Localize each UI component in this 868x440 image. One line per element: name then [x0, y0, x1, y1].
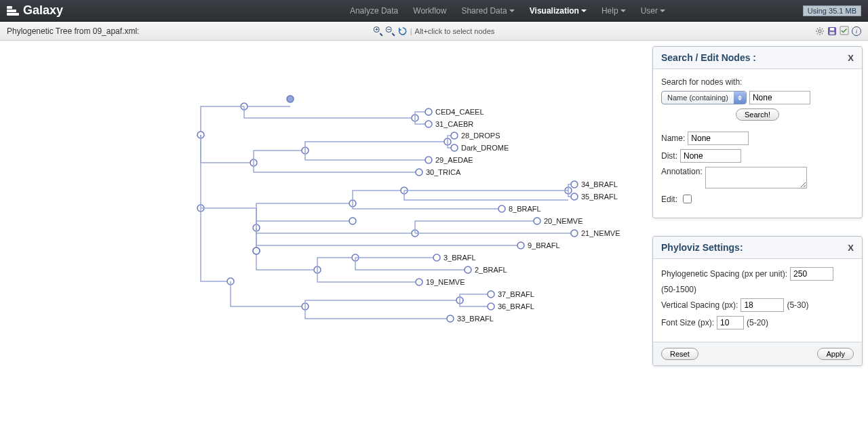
tree-leaf[interactable]: [451, 144, 458, 151]
app-logo[interactable]: Galaxy: [7, 3, 63, 18]
leaf-label: 29_AEDAE: [435, 156, 473, 164]
tree-leaf[interactable]: [517, 242, 524, 249]
usage-badge[interactable]: Using 35.1 MB: [803, 5, 861, 16]
font-size-label: Font Size (px):: [661, 318, 714, 327]
check-icon[interactable]: [840, 26, 849, 37]
save-icon[interactable]: [827, 26, 837, 36]
nav-user[interactable]: User: [634, 3, 672, 18]
tree-leaf[interactable]: [451, 132, 458, 139]
tree-leaf[interactable]: [488, 303, 494, 310]
tree-leaf[interactable]: [571, 230, 578, 237]
search-panel-title: Search / Edit Nodes :: [661, 52, 756, 63]
leaf-label: 8_BRAFL: [509, 205, 541, 213]
leaf-label: 30_TRICA: [426, 168, 461, 176]
tree-leaf[interactable]: [416, 279, 422, 285]
nav-help[interactable]: Help: [595, 3, 633, 18]
search-panel-header: Search / Edit Nodes : X: [653, 47, 862, 69]
edit-checkbox[interactable]: [683, 195, 692, 203]
select-arrows-icon: [734, 92, 746, 104]
leaf-label: 2_BRAFL: [475, 266, 507, 274]
close-icon[interactable]: X: [848, 53, 854, 63]
leaf-label: 35_BRAFL: [581, 193, 618, 201]
tree-leaf[interactable]: [425, 108, 432, 115]
tree-leaf[interactable]: [534, 218, 540, 224]
reset-zoom-icon[interactable]: [398, 26, 408, 36]
app-name: Galaxy: [23, 3, 63, 18]
tree-leaf[interactable]: [447, 315, 454, 322]
leaf-label: CED4_CAEEL: [435, 108, 484, 116]
info-icon[interactable]: i: [852, 26, 861, 36]
font-size-input[interactable]: [717, 316, 744, 329]
leaf-label: 34_BRAFL: [581, 180, 618, 188]
svg-rect-11: [830, 32, 835, 35]
tree-node[interactable]: [253, 247, 260, 254]
leaf-label: 20_NEMVE: [544, 217, 583, 225]
search-button[interactable]: Search!: [736, 108, 779, 121]
nav-items: Analyze Data Workflow Shared Data Visual…: [194, 3, 672, 18]
dist-input[interactable]: [680, 149, 741, 163]
svg-rect-10: [830, 28, 834, 31]
logo-icon: [7, 6, 19, 16]
nav-workflow[interactable]: Workflow: [406, 3, 453, 18]
close-icon[interactable]: X: [848, 243, 854, 253]
phylo-spacing-label: Phylogenetic Spacing (px per unit):: [661, 269, 787, 279]
svg-point-0: [818, 30, 821, 33]
leaf-label: 31_CAEBR: [435, 120, 473, 128]
tree-leaf[interactable]: [571, 181, 578, 188]
toolbar-center: + − | Alt+click to select nodes: [374, 26, 495, 36]
leaf-label: 36_BRAFL: [498, 302, 534, 311]
leaf-label: Dark_DROME: [461, 144, 509, 152]
name-input[interactable]: [688, 132, 749, 145]
toolbar-right: i: [815, 26, 861, 37]
settings-panel-body: Phylogenetic Spacing (px per unit): (50-…: [653, 259, 862, 342]
nav-visualization[interactable]: Visualization: [523, 3, 593, 18]
name-label: Name:: [661, 134, 685, 143]
apply-button[interactable]: Apply: [817, 348, 854, 360]
search-condition-select[interactable]: Name (containing): [661, 91, 747, 104]
tree-leaf[interactable]: [433, 254, 440, 261]
font-size-range: (5-20): [747, 318, 768, 327]
tree-node[interactable]: [349, 218, 356, 224]
dist-label: Dist:: [661, 151, 677, 161]
annotation-input[interactable]: [705, 167, 807, 188]
leaf-label: 3_BRAFL: [443, 254, 476, 262]
main-area: CED4_CAEEL31_CAEBR28_DROPSDark_DROME29_A…: [0, 41, 868, 440]
vert-spacing-input[interactable]: [741, 298, 784, 312]
zoom-out-icon[interactable]: −: [386, 26, 395, 36]
leaf-label: 21_NEMVE: [581, 229, 620, 237]
leaf-label: 37_BRAFL: [498, 290, 534, 298]
reset-button[interactable]: Reset: [661, 348, 698, 360]
tree-node[interactable]: [287, 96, 294, 102]
svg-line-8: [822, 28, 823, 28]
chevron-down-icon: [509, 9, 515, 12]
edit-label: Edit:: [661, 195, 677, 204]
search-panel-body: Search for nodes with: Name (containing)…: [653, 69, 862, 218]
tree-leaf[interactable]: [488, 291, 494, 298]
nav-shared[interactable]: Shared Data: [454, 3, 521, 18]
chevron-down-icon: [620, 9, 626, 12]
phylo-spacing-input[interactable]: [790, 267, 833, 281]
search-label: Search for nodes with:: [661, 77, 742, 87]
tree-leaf[interactable]: [416, 169, 422, 176]
zoom-in-icon[interactable]: +: [374, 26, 383, 36]
tree-leaf[interactable]: [571, 193, 578, 200]
page-title: Phylogenetic Tree from 09_apaf.xml:: [7, 26, 139, 36]
settings-panel: Phyloviz Settings: X Phylogenetic Spacin…: [652, 236, 863, 366]
annotation-label: Annotation:: [661, 167, 703, 176]
svg-line-7: [817, 33, 818, 33]
navbar: Galaxy Analyze Data Workflow Shared Data…: [0, 0, 868, 22]
tree-leaf[interactable]: [498, 205, 505, 212]
search-query-input[interactable]: [749, 91, 810, 104]
nav-analyze[interactable]: Analyze Data: [343, 3, 405, 18]
settings-panel-title: Phyloviz Settings:: [661, 242, 743, 253]
search-panel: Search / Edit Nodes : X Search for nodes…: [652, 46, 863, 218]
tree-leaf[interactable]: [425, 121, 432, 127]
chevron-down-icon: [581, 9, 587, 12]
tree-leaf[interactable]: [465, 266, 471, 273]
toolbar-hint: Alt+click to select nodes: [415, 27, 495, 35]
vert-spacing-label: Vertical Spacing (px):: [661, 300, 738, 310]
toolbar: Phylogenetic Tree from 09_apaf.xml: + − …: [0, 22, 868, 41]
tree-leaf[interactable]: [425, 157, 432, 163]
leaf-label: 19_NEMVE: [426, 278, 465, 286]
gear-icon[interactable]: [815, 26, 825, 36]
